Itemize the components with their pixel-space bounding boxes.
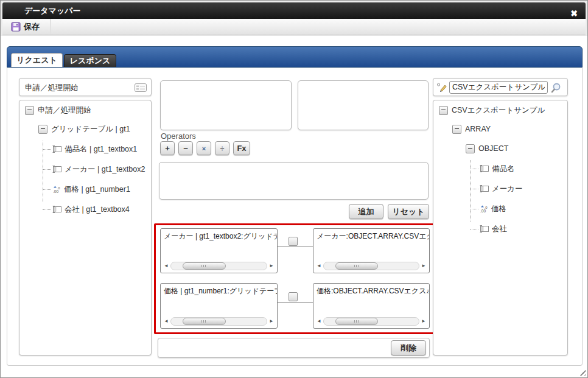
- tree-collapse-toggle[interactable]: [439, 106, 448, 115]
- tree-leaf-item[interactable]: メーカー: [470, 183, 545, 195]
- tree-leaf-label: 価格: [491, 204, 506, 214]
- operator-divide-button[interactable]: ÷: [215, 141, 229, 155]
- horizontal-scrollbar[interactable]: ◄ ►: [163, 317, 275, 326]
- reset-button[interactable]: リセット: [388, 204, 429, 219]
- horizontal-scrollbar[interactable]: ◄ ►: [316, 261, 427, 271]
- search-icon[interactable]: [550, 82, 561, 93]
- scrollbar-thumb[interactable]: [183, 262, 226, 270]
- tree-collapse-toggle[interactable]: [452, 125, 461, 134]
- save-button[interactable]: 保存: [8, 20, 45, 33]
- tab-request[interactable]: リクエスト: [11, 53, 63, 67]
- operand-drop-area-right[interactable]: [298, 80, 429, 130]
- tree-node-label: OBJECT: [478, 144, 508, 153]
- mapping-source-text: メーカー | gt1_textbox2:グリッドテーブ: [161, 229, 277, 242]
- tab-strip: リクエスト レスポンス: [7, 46, 583, 68]
- textbox-field-icon: [52, 166, 62, 173]
- tree-node-label: CSVエクスポートサンプル: [452, 105, 545, 116]
- scroll-left-arrow-icon[interactable]: ◄: [316, 317, 322, 326]
- scroll-right-arrow-icon[interactable]: ►: [421, 261, 427, 271]
- tree-leaf-item[interactable]: 会社 | gt1_textbox4: [43, 203, 145, 215]
- operand-drop-area-left[interactable]: [160, 80, 292, 130]
- tree-node-label: グリッドテーブル | gt1: [51, 124, 130, 135]
- textbox-field-icon: [480, 185, 489, 192]
- form-list-icon[interactable]: [135, 83, 147, 92]
- scroll-left-arrow-icon[interactable]: ◄: [316, 261, 322, 271]
- mapping-link-checkbox[interactable]: [289, 292, 298, 301]
- expression-result-area[interactable]: [159, 162, 429, 200]
- tree-leaf-item[interactable]: メーカー | gt1_textbox2: [43, 163, 145, 175]
- number-field-icon: [480, 205, 489, 213]
- scrollbar-thumb[interactable]: [335, 318, 379, 325]
- delete-button[interactable]: 削除: [391, 340, 426, 355]
- tree-leaf-label: 価格 | gt1_number1: [64, 184, 130, 195]
- source-tree: 申請／処理開始 グリッドテーブル | gt1 備品名 | gt1_textbox…: [19, 100, 147, 215]
- mapping-source-text: 価格 | gt1_number1:グリッドテーブル: [161, 284, 277, 296]
- edit-pencil-icon: [436, 82, 447, 93]
- scroll-left-arrow-icon[interactable]: ◄: [163, 317, 169, 326]
- tree-collapse-toggle[interactable]: [38, 125, 47, 134]
- tree-node-label: ARRAY: [465, 125, 491, 133]
- scrollbar-track[interactable]: [170, 317, 267, 326]
- operator-plus-button[interactable]: +: [160, 141, 175, 155]
- scrollbar-track[interactable]: [323, 262, 419, 270]
- mapping-target-box[interactable]: メーカー:OBJECT.ARRAY.CSVエクス ◄ ►: [313, 228, 430, 273]
- horizontal-scrollbar[interactable]: ◄ ►: [316, 317, 427, 326]
- save-icon: [11, 22, 21, 32]
- dialog-titlebar[interactable]: データマッパー ✖: [2, 2, 586, 19]
- target-tree-root[interactable]: CSVエクスポートサンプル: [439, 104, 545, 116]
- tree-collapse-toggle[interactable]: [466, 144, 475, 153]
- target-tree: CSVエクスポートサンプル ARRAY OBJECT 備品名 メーカー: [433, 100, 547, 235]
- operator-multiply-button[interactable]: ×: [197, 141, 211, 155]
- horizontal-scrollbar[interactable]: ◄ ►: [163, 261, 275, 271]
- number-field-icon: [52, 186, 61, 194]
- tree-leaf-item[interactable]: 備品名 | gt1_textbox1: [43, 143, 145, 155]
- textbox-field-icon: [52, 145, 62, 153]
- tree-leaf-item[interactable]: 価格: [470, 203, 545, 215]
- tree-node-label: 申請／処理開始: [38, 105, 91, 116]
- scrollbar-track[interactable]: [323, 317, 419, 326]
- toolbar-separator: [50, 19, 51, 35]
- textbox-field-icon: [480, 225, 489, 233]
- tree-collapse-toggle[interactable]: [25, 106, 34, 115]
- scroll-right-arrow-icon[interactable]: ►: [268, 317, 275, 326]
- mapping-source-box[interactable]: 価格 | gt1_number1:グリッドテーブル ◄ ►: [160, 283, 278, 329]
- toolbar: 保存: [2, 19, 586, 35]
- add-button[interactable]: 追加: [349, 204, 383, 219]
- tree-leaf-item[interactable]: 会社: [470, 223, 545, 235]
- mapping-connector-line: [278, 247, 313, 247]
- tree-leaf-label: 会社: [492, 224, 507, 234]
- scrollbar-track[interactable]: [170, 262, 267, 270]
- source-header-label: 申請／処理開始: [25, 83, 79, 93]
- tab-response[interactable]: レスポンス: [64, 54, 116, 67]
- mapping-target-text: 価格:OBJECT.ARRAY.CSVエクスポ: [313, 284, 429, 296]
- scroll-right-arrow-icon[interactable]: ►: [421, 317, 427, 326]
- scroll-left-arrow-icon[interactable]: ◄: [163, 261, 169, 271]
- scrollbar-thumb[interactable]: [335, 262, 379, 270]
- source-tree-root[interactable]: 申請／処理開始: [25, 104, 145, 116]
- tree-leaf-label: 備品名: [492, 164, 515, 174]
- tree-leaf-label: 会社 | gt1_textbox4: [65, 205, 130, 215]
- scrollbar-thumb[interactable]: [183, 318, 226, 325]
- mapping-source-box[interactable]: メーカー | gt1_textbox2:グリッドテーブ ◄ ►: [160, 228, 278, 273]
- operator-minus-button[interactable]: −: [178, 141, 193, 155]
- tree-leaf-label: メーカー: [492, 184, 523, 194]
- mapping-link-checkbox[interactable]: [289, 237, 298, 246]
- tree-leaf-item[interactable]: 価格 | gt1_number1: [43, 183, 145, 195]
- operator-function-button[interactable]: Fx: [233, 141, 250, 155]
- operator-buttons: + − × ÷ Fx: [160, 141, 250, 155]
- mapping-target-text: メーカー:OBJECT.ARRAY.CSVエクス: [313, 229, 429, 242]
- target-search-input[interactable]: [449, 81, 548, 94]
- tree-leaf-label: メーカー | gt1_textbox2: [65, 164, 145, 175]
- operators-label: Operators: [161, 131, 196, 141]
- target-tree-panel: CSVエクスポートサンプル ARRAY OBJECT 備品名 メーカー: [433, 100, 568, 355]
- target-tree-object[interactable]: OBJECT: [466, 142, 545, 155]
- resize-grip[interactable]: [578, 368, 586, 376]
- source-tree-group[interactable]: グリッドテーブル | gt1: [38, 123, 145, 135]
- tree-leaf-item[interactable]: 備品名: [470, 163, 545, 175]
- target-tree-array[interactable]: ARRAY: [452, 123, 545, 135]
- source-header-panel: 申請／処理開始: [19, 78, 152, 96]
- textbox-field-icon: [52, 206, 62, 213]
- mapping-target-box[interactable]: 価格:OBJECT.ARRAY.CSVエクスポ ◄ ►: [313, 283, 430, 329]
- scroll-right-arrow-icon[interactable]: ►: [268, 261, 275, 271]
- target-search-panel: [433, 78, 568, 96]
